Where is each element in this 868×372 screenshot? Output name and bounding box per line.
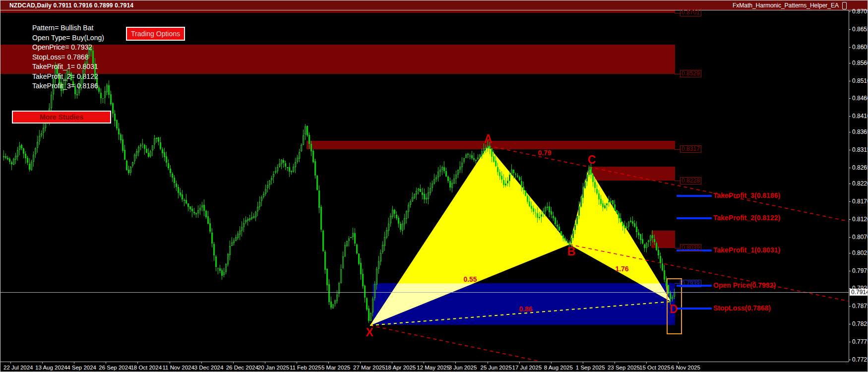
zone-price-tag: 0.8529 bbox=[680, 70, 701, 77]
candle-body bbox=[394, 210, 395, 214]
candle-body bbox=[33, 155, 34, 162]
price-axis-tick bbox=[849, 271, 851, 271]
time-axis-tick bbox=[74, 362, 74, 364]
candle-body bbox=[487, 146, 489, 148]
candle-body bbox=[646, 243, 647, 248]
candle-body bbox=[503, 180, 504, 185]
candle-body bbox=[463, 158, 465, 161]
candle-body bbox=[372, 299, 373, 312]
candle-body bbox=[225, 264, 227, 272]
price-axis-tick bbox=[849, 168, 851, 168]
price-axis[interactable]: 0.87050.86550.86050.85600.85100.84600.84… bbox=[849, 10, 868, 362]
candle-body bbox=[622, 223, 623, 226]
candle-body bbox=[150, 151, 151, 156]
candle-body bbox=[396, 215, 397, 218]
trade-level-label: TakeProfit_1(0.8031) bbox=[713, 246, 780, 254]
candle-body bbox=[271, 178, 272, 180]
candle-body bbox=[560, 231, 562, 235]
candle-body bbox=[160, 142, 161, 149]
candle-body bbox=[310, 144, 312, 152]
price-axis-label: 0.7825 bbox=[852, 320, 868, 327]
candle-wick bbox=[539, 212, 540, 220]
candle-body bbox=[473, 158, 475, 160]
candle-body bbox=[170, 169, 171, 173]
price-axis-tick bbox=[849, 342, 851, 342]
candle-body bbox=[543, 211, 544, 213]
candle-wick bbox=[630, 217, 631, 223]
candle-body bbox=[138, 147, 139, 152]
candle-wick bbox=[271, 176, 272, 185]
candle-body bbox=[118, 128, 120, 134]
trade-level-label: TakeProfit_2(0.8122) bbox=[713, 214, 780, 222]
candle-body bbox=[267, 185, 268, 188]
fib-ratio-label: 0.79 bbox=[538, 149, 551, 157]
ea-window-icon[interactable] bbox=[842, 2, 847, 9]
candle-body bbox=[191, 209, 193, 211]
info-line: StopLoss= 0.7868 bbox=[32, 53, 104, 62]
price-axis-tick bbox=[849, 47, 851, 48]
candle-body bbox=[299, 152, 300, 159]
candle-body bbox=[586, 175, 588, 182]
candle-body bbox=[223, 272, 225, 275]
candle-body bbox=[521, 181, 522, 186]
chart-canvas[interactable]: TakeProfit_3(0.8186)TakeProfit_2(0.8122)… bbox=[0, 10, 849, 362]
candle-body bbox=[422, 192, 423, 195]
price-axis-label: 0.7725 bbox=[852, 356, 868, 363]
trading-options-button[interactable]: Trading Options bbox=[126, 27, 185, 41]
candle-body bbox=[289, 167, 290, 172]
candle-body bbox=[652, 235, 653, 238]
candle-body bbox=[477, 158, 479, 159]
candle-body bbox=[197, 210, 199, 213]
candle-body bbox=[316, 176, 318, 190]
candle-body bbox=[562, 235, 564, 239]
candle-body bbox=[545, 207, 546, 211]
candle-body bbox=[211, 233, 213, 244]
candle-body bbox=[120, 134, 122, 140]
candle-body bbox=[642, 239, 643, 243]
candle-body bbox=[606, 203, 608, 205]
more-studies-button[interactable]: More Studies bbox=[12, 111, 111, 124]
candle-body bbox=[251, 217, 252, 219]
candle-body bbox=[318, 190, 320, 208]
candle-body bbox=[549, 206, 550, 212]
zone-tag-connector bbox=[675, 248, 680, 248]
candle-body bbox=[29, 164, 30, 170]
pattern-point-A: A bbox=[484, 132, 493, 146]
time-axis-tick bbox=[392, 362, 392, 364]
candle-body bbox=[467, 154, 469, 155]
candle-body bbox=[233, 241, 235, 243]
time-axis[interactable]: 22 Jul 202413 Aug 20244 Sep 202426 Sep 2… bbox=[0, 362, 849, 372]
candle-body bbox=[618, 213, 620, 219]
candle-body bbox=[241, 227, 243, 231]
candle-body bbox=[112, 103, 114, 113]
candle-body bbox=[11, 162, 12, 164]
candle-body bbox=[656, 243, 657, 249]
candle-body bbox=[574, 225, 576, 231]
candle-body bbox=[555, 218, 556, 224]
symbol-quote-title: NZDCAD,Daily 0.7911 0.7916 0.7899 0.7914 bbox=[9, 2, 133, 9]
candle-body bbox=[430, 188, 431, 193]
candle-body bbox=[203, 205, 205, 211]
candle-body bbox=[451, 183, 453, 188]
candle-body bbox=[279, 164, 280, 167]
candle-body bbox=[535, 213, 536, 214]
price-axis-label: 0.7975 bbox=[852, 267, 868, 274]
candle-body bbox=[124, 150, 125, 160]
candle-body bbox=[309, 135, 310, 144]
candle-body bbox=[307, 126, 308, 136]
candle-body bbox=[247, 219, 248, 221]
candle-body bbox=[186, 200, 187, 203]
info-line: OpenPrice= 0.7932 bbox=[32, 43, 104, 53]
time-axis-tick bbox=[488, 362, 488, 364]
candle-body bbox=[582, 187, 584, 198]
candle-body bbox=[263, 194, 264, 197]
candle-body bbox=[620, 218, 621, 222]
time-axis-label: 13 Aug 2024 bbox=[35, 365, 67, 371]
candle-body bbox=[489, 146, 491, 149]
price-axis-tick bbox=[849, 253, 851, 253]
price-axis-tick bbox=[849, 132, 851, 132]
candle-body bbox=[570, 238, 572, 243]
candle-body bbox=[366, 298, 368, 310]
candle-wick bbox=[470, 154, 470, 159]
candle-body bbox=[221, 270, 223, 275]
